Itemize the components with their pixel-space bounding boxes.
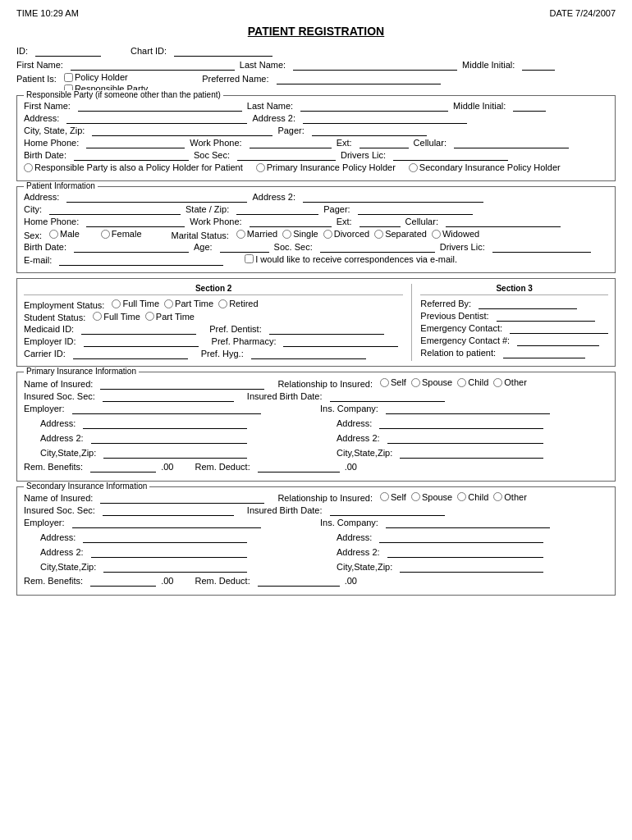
pi-female-radio[interactable] xyxy=(101,230,110,239)
si-spouse-radio[interactable] xyxy=(411,492,420,501)
pi-married-radio[interactable] xyxy=(236,230,245,239)
student-parttime-radio[interactable] xyxy=(145,312,154,321)
pi-ext-input[interactable] xyxy=(360,217,401,227)
si-ins-company-input[interactable] xyxy=(386,518,550,528)
pi-address-input[interactable] xyxy=(66,192,247,203)
pi-birth-date-input[interactable] xyxy=(74,242,189,253)
si-address2-r-input[interactable] xyxy=(387,547,543,558)
pi-divorced-option[interactable]: Divorced xyxy=(323,229,369,239)
id-input[interactable] xyxy=(35,46,101,57)
pref-dentist-input[interactable] xyxy=(269,324,384,335)
pi-other-option[interactable]: Other xyxy=(493,377,527,387)
first-name-input[interactable] xyxy=(71,60,235,71)
last-name-input[interactable] xyxy=(293,60,457,71)
si-ins-birth-date-input[interactable] xyxy=(330,505,445,516)
student-parttime-option[interactable]: Part Time xyxy=(145,312,195,322)
pi-spouse-option[interactable]: Spouse xyxy=(411,377,452,387)
pi-email-checkbox[interactable] xyxy=(245,254,254,263)
pi-drivers-lic-input[interactable] xyxy=(492,242,591,253)
pi-single-radio[interactable] xyxy=(282,230,291,239)
middle-initial-input[interactable] xyxy=(522,60,555,71)
si-rem-benefits-input[interactable] xyxy=(90,576,156,587)
pi-address2-l-input[interactable] xyxy=(91,433,247,444)
rp-last-name-input[interactable] xyxy=(300,101,448,112)
pref-pharmacy-input[interactable] xyxy=(283,336,398,347)
pi-soc-sec-input[interactable] xyxy=(320,242,435,253)
rp-work-phone-input[interactable] xyxy=(250,138,332,148)
pi-email-input[interactable] xyxy=(59,255,223,266)
student-fulltime-radio[interactable] xyxy=(93,312,102,321)
si-spouse-option[interactable]: Spouse xyxy=(411,492,452,502)
pi-child-radio[interactable] xyxy=(457,378,466,387)
rp-pager-input[interactable] xyxy=(312,126,427,136)
si-city-state-zip-l-input[interactable] xyxy=(103,562,247,573)
pi-city-state-zip-l-input[interactable] xyxy=(103,448,247,459)
pi-address2-r-input[interactable] xyxy=(387,433,543,444)
si-ins-soc-sec-input[interactable] xyxy=(103,505,234,516)
emp-retired-radio[interactable] xyxy=(218,299,227,308)
rp-drivers-lic-input[interactable] xyxy=(393,150,508,161)
pi-separated-radio[interactable] xyxy=(374,230,383,239)
si-other-radio[interactable] xyxy=(493,492,502,501)
pi-age-input[interactable] xyxy=(220,242,269,253)
si-child-radio[interactable] xyxy=(457,492,466,501)
si-address-l-input[interactable] xyxy=(83,532,247,543)
rp-primary-ins-radio[interactable] xyxy=(256,163,265,172)
pi-employer-input[interactable] xyxy=(72,404,261,414)
pi-rem-benefits-input[interactable] xyxy=(90,462,156,472)
si-city-state-zip-r-input[interactable] xyxy=(400,562,543,573)
si-address2-l-input[interactable] xyxy=(91,547,247,558)
pi-married-option[interactable]: Married xyxy=(236,229,277,239)
rp-secondary-ins-radio[interactable] xyxy=(409,163,418,172)
referred-by-input[interactable] xyxy=(479,299,577,309)
medicaid-input[interactable] xyxy=(81,324,196,335)
prev-dentist-input[interactable] xyxy=(497,311,595,322)
relation-input[interactable] xyxy=(503,348,585,358)
pi-state-zip-input[interactable] xyxy=(236,204,318,215)
pi-self-option[interactable]: Self xyxy=(380,377,406,387)
pi-email-checkbox-option[interactable]: I would like to receive correspondences … xyxy=(245,254,457,264)
si-name-insured-input[interactable] xyxy=(100,493,264,504)
pi-ins-soc-sec-input[interactable] xyxy=(103,391,234,402)
pi-pager-input[interactable] xyxy=(358,204,473,215)
rp-address2-input[interactable] xyxy=(303,113,467,124)
pi-male-option[interactable]: Male xyxy=(49,229,80,239)
preferred-name-input[interactable] xyxy=(277,74,441,84)
rp-city-state-zip-input[interactable] xyxy=(92,126,272,136)
carrier-input[interactable] xyxy=(73,349,188,359)
pi-city-input[interactable] xyxy=(49,204,181,215)
rp-ext-input[interactable] xyxy=(360,138,409,148)
rp-home-phone-input[interactable] xyxy=(86,138,185,148)
emergency-contact-input[interactable] xyxy=(510,323,608,334)
pi-ins-birth-date-input[interactable] xyxy=(330,391,445,402)
rp-soc-sec-input[interactable] xyxy=(237,150,336,161)
pref-hyg-input[interactable] xyxy=(251,349,366,359)
pi-child-option[interactable]: Child xyxy=(457,377,488,387)
pi-city-state-zip-r-input[interactable] xyxy=(400,448,543,459)
si-rem-deduct-input[interactable] xyxy=(258,576,340,587)
rp-secondary-ins-option[interactable]: Secondary Insurance Policy Holder xyxy=(409,162,561,172)
rp-address-input[interactable] xyxy=(66,113,247,124)
si-child-option[interactable]: Child xyxy=(457,492,488,502)
pi-work-phone-input[interactable] xyxy=(250,217,332,227)
pi-widowed-radio[interactable] xyxy=(432,230,441,239)
pi-home-phone-input[interactable] xyxy=(86,217,185,227)
pi-spouse-radio[interactable] xyxy=(411,378,420,387)
emp-retired-option[interactable]: Retired xyxy=(218,299,258,308)
emp-fulltime-radio[interactable] xyxy=(112,299,121,308)
emp-parttime-option[interactable]: Part Time xyxy=(164,299,213,308)
emp-fulltime-option[interactable]: Full Time xyxy=(112,299,159,308)
pi-address2-input[interactable] xyxy=(303,192,483,203)
pi-rem-deduct-input[interactable] xyxy=(258,462,340,472)
si-self-option[interactable]: Self xyxy=(380,492,406,502)
rp-primary-ins-option[interactable]: Primary Insurance Policy Holder xyxy=(256,162,396,172)
pi-separated-option[interactable]: Separated xyxy=(374,229,427,239)
emp-parttime-radio[interactable] xyxy=(164,299,173,308)
pi-other-radio[interactable] xyxy=(493,378,502,387)
pi-cellular-input[interactable] xyxy=(446,217,561,227)
pi-name-insured-input[interactable] xyxy=(100,379,264,390)
pi-ins-company-input[interactable] xyxy=(386,404,550,414)
pi-self-radio[interactable] xyxy=(380,378,389,387)
pi-female-option[interactable]: Female xyxy=(101,229,142,239)
rp-first-name-input[interactable] xyxy=(78,101,242,112)
